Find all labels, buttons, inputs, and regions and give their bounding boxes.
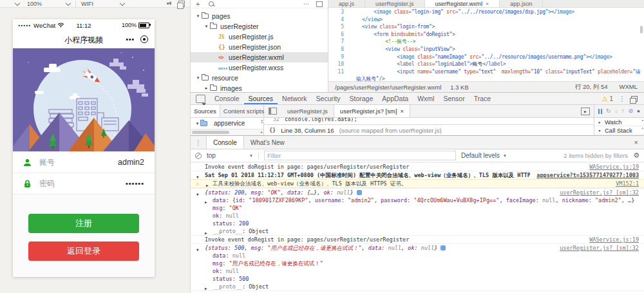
folder-icon: [210, 86, 217, 91]
tree-item-userRegister.wxml[interactable]: <>userRegister.wxml: [191, 52, 328, 62]
sources-side-tab-Content scripts[interactable]: Content scripts: [220, 105, 267, 117]
source-link[interactable]: WAService.js:19: [589, 163, 639, 171]
chevron-down-icon[interactable]: [120, 0, 125, 5]
pause-on-exceptions-icon[interactable]: ●: [637, 108, 640, 114]
horizontal-scrollbar[interactable]: ▸: [191, 129, 263, 135]
collapse-panel-icon[interactable]: [316, 1, 323, 7]
editor-tab-app.json[interactable]: app.json: [500, 0, 543, 7]
editor-code-area[interactable]: 3 <image class="login-img" src="../../re…: [328, 8, 644, 81]
account-value[interactable]: admin2: [118, 158, 144, 167]
chevron-down-icon[interactable]: [66, 0, 71, 5]
source-link[interactable]: appservice?t=1535771479277:1003: [536, 171, 639, 179]
expand-arrow[interactable]: ▾: [203, 24, 210, 29]
devtools-tab-AppData[interactable]: AppData: [377, 93, 413, 104]
copy-icon[interactable]: [178, 1, 185, 7]
register-button[interactable]: 注册: [28, 214, 139, 233]
chevron-down-icon[interactable]: [15, 0, 20, 5]
add-file-icon[interactable]: +: [196, 1, 200, 7]
devtools-tab-Trace[interactable]: Trace: [469, 93, 495, 104]
devtools-tab-Network[interactable]: Network: [278, 93, 312, 104]
undock-icon[interactable]: [631, 96, 638, 102]
wxss-file-icon: wxss: [218, 66, 229, 70]
chevron-down-icon: ▼: [249, 154, 253, 158]
inspect-element-icon[interactable]: [196, 95, 205, 103]
language-mode[interactable]: WXML: [620, 83, 638, 91]
kebab-menu-icon[interactable]: ⋮: [619, 95, 625, 102]
expand-arrow[interactable]: ▾: [194, 14, 202, 19]
kebab-menu-icon[interactable]: ⋮: [191, 139, 206, 146]
close-icon[interactable]: ×: [401, 108, 404, 115]
devtools-tab-Wxml[interactable]: Wxml: [413, 93, 439, 104]
password-input-row[interactable]: 密码 ••••••: [13, 173, 155, 194]
menu-dots-icon[interactable]: •••: [126, 36, 135, 43]
context-select[interactable]: top ▼: [207, 152, 253, 159]
tree-item-images[interactable]: ▸images: [191, 83, 328, 92]
password-value[interactable]: ••••••: [126, 180, 144, 187]
source-link[interactable]: userRegister.js? [sm]:32: [560, 189, 639, 196]
tree-item-userRegister.wxss[interactable]: wxssuserRegister.wxss: [191, 62, 328, 73]
watch-section[interactable]: ▸ Watch ▴: [594, 118, 644, 126]
back-to-login-button[interactable]: 返回登录: [28, 241, 139, 261]
console-drawer-tab-What's New[interactable]: What's New: [244, 136, 291, 149]
source-link[interactable]: WAService.js:19: [589, 236, 639, 243]
zoom-select[interactable]: 100%: [27, 1, 42, 7]
context-badge: [440, 245, 446, 250]
close-capsule-icon[interactable]: [140, 35, 148, 43]
folder-icon: [202, 14, 209, 19]
pause-icon[interactable]: [598, 109, 602, 114]
expand-arrow[interactable]: ▸: [203, 86, 210, 91]
editor-tab-userRegister.js[interactable]: userRegister.js: [365, 0, 425, 7]
editor-tab-app.js[interactable]: app.js: [328, 0, 365, 7]
sources-code-preview[interactable]: 32 console.log(res.data);: [264, 118, 594, 125]
tree-item-resource[interactable]: ▾resource: [191, 73, 328, 83]
filter-input[interactable]: Filter: [264, 151, 456, 160]
account-input-row[interactable]: 账号 admin2: [13, 151, 155, 173]
scroll-arrows-icon[interactable]: ▴▾: [261, 118, 263, 124]
sources-file-tab[interactable]: userRegister.js: [281, 105, 334, 117]
clear-console-icon[interactable]: [195, 153, 202, 159]
call-stack-section[interactable]: ▾ Call Stack ▾: [594, 126, 644, 135]
step-over-icon[interactable]: ↻: [606, 108, 611, 114]
warning-count-badge[interactable]: ⚠ 1: [601, 95, 613, 102]
tree-item-pages[interactable]: ▾pages: [191, 11, 328, 21]
message-text: data: null: [213, 252, 639, 260]
show-pane-icon[interactable]: ▶: [581, 108, 590, 115]
log-levels-select[interactable]: Default levels ▼: [461, 152, 507, 159]
sources-side-tab-Sources[interactable]: Sources: [191, 105, 220, 117]
more-icon[interactable]: ⋯: [303, 1, 310, 7]
expand-arrow[interactable]: ▾: [194, 75, 202, 80]
devtools-tab-Security[interactable]: Security: [312, 93, 345, 104]
gear-icon[interactable]: ⚙: [633, 151, 639, 160]
source-link[interactable]: userRegister.js? [sm]:32: [560, 244, 639, 252]
tree-item-userRegister.js[interactable]: JSuserRegister.js: [191, 32, 328, 42]
tree-item-userRegister.json[interactable]: {}userRegister.json: [191, 42, 328, 52]
expand-arrow[interactable]: ▾: [194, 121, 200, 126]
step-out-icon[interactable]: ↑: [621, 108, 625, 114]
sources-file-tab[interactable]: userRegister.js? [sm]×: [334, 105, 410, 117]
search-icon[interactable]: [209, 1, 214, 6]
devtools-tab-Sensor[interactable]: Sensor: [439, 93, 469, 104]
network-select[interactable]: WIFI: [81, 1, 93, 7]
editor-tab-userRegister.wxml[interactable]: userRegister.wxml×: [425, 0, 500, 7]
toggle-panel-icon[interactable]: [269, 108, 277, 115]
tree-item-appservice[interactable]: appservice: [214, 120, 245, 127]
deactivate-breakpoints-icon[interactable]: ⊘: [629, 108, 634, 114]
mute-icon[interactable]: [167, 1, 172, 6]
scroll-arrows-icon[interactable]: ▾: [641, 127, 643, 129]
tree-item-userRegister[interactable]: ▾userRegister: [191, 21, 328, 32]
step-into-icon[interactable]: ↓: [615, 108, 618, 114]
devtools-tab-Storage[interactable]: Storage: [345, 93, 378, 104]
file-name: resource: [212, 74, 238, 82]
devtools-tab-bar: ConsoleSourcesNetworkSecurityStorageAppD…: [191, 93, 644, 105]
devtools-tab-Sources[interactable]: Sources: [244, 93, 278, 104]
editor-scrollbar[interactable]: [640, 26, 643, 33]
source-link[interactable]: VM152:1: [616, 180, 639, 187]
pretty-print-icon[interactable]: {}: [269, 127, 276, 133]
expand-arrow[interactable]: ▸: [597, 120, 602, 124]
expand-arrow[interactable]: ▾: [597, 128, 602, 133]
devtools-tab-Console[interactable]: Console: [210, 93, 244, 104]
close-icon[interactable]: ×: [486, 1, 489, 7]
console-drawer-tab-Console[interactable]: Console: [206, 136, 244, 149]
scroll-arrows-icon[interactable]: ▴: [641, 118, 643, 121]
close-icon[interactable]: ×: [634, 138, 644, 146]
